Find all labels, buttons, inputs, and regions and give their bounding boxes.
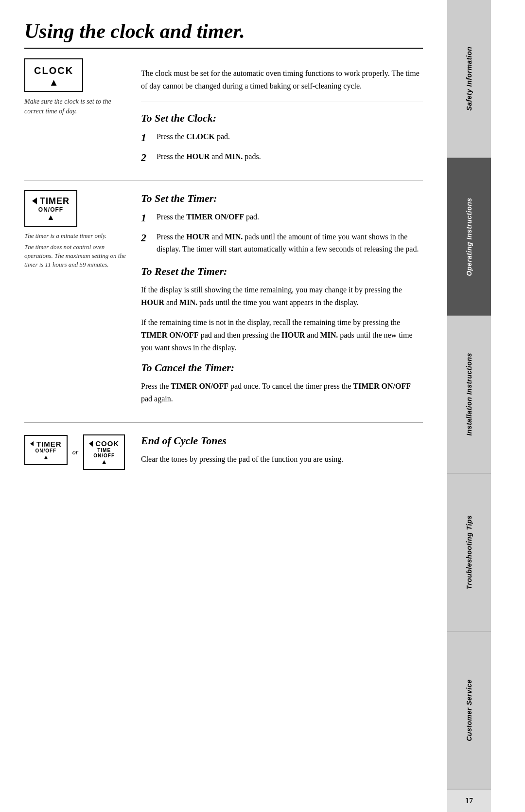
cook-time-sub2: ON/OFF — [89, 453, 119, 458]
timer-caption2: The timer does not control oven operatio… — [24, 243, 131, 270]
sidebar-tab-operating: Operating Instructions — [447, 158, 491, 316]
divider-1 — [141, 102, 423, 102]
step-num-2: 2 — [141, 150, 153, 165]
end-timer-sublabel: ON/OFF — [30, 448, 62, 453]
timer-step-2: 2 Press the HOUR and MIN. pads until the… — [141, 231, 423, 255]
or-text: or — [72, 449, 78, 456]
cancel-bold2: TIMER ON/OFF — [353, 382, 411, 390]
clock-step2-text: Press the HOUR and MIN. pads. — [157, 150, 261, 163]
timer-step-1: 1 Press the TIMER ON/OFF pad. — [141, 211, 423, 226]
clock-arrow-icon: ▲ — [34, 78, 73, 86]
end-timer-arrow-icon: ▲ — [30, 453, 62, 461]
timer-right-col: To Set the Timer: 1 Press the TIMER ON/O… — [141, 190, 423, 413]
cook-time-sub1: TIME — [89, 448, 119, 453]
clock-intro: The clock must be set for the automatic … — [141, 67, 423, 92]
timer-left-col: TIMER ON/OFF ▲ The timer is a minute tim… — [24, 190, 141, 413]
sidebar-tab-troubleshooting: Troubleshooting Tips — [447, 474, 491, 632]
reset-timer-heading: To Reset the Timer: — [141, 265, 423, 278]
timer-step2-bold1: HOUR — [186, 233, 210, 241]
clock-caption: Make sure the clock is set to the correc… — [24, 97, 131, 116]
cook-time-main-label: COOK — [95, 439, 119, 448]
end-timer-label: TIMER — [36, 440, 62, 448]
cancel-para: Press the TIMER ON/OFF pad once. To canc… — [141, 380, 423, 406]
timer-step1-bold: TIMER ON/OFF — [186, 213, 244, 221]
step-num-1: 1 — [141, 130, 153, 145]
clock-left-col: CLOCK ▲ Make sure the clock is set to th… — [24, 58, 141, 170]
sidebar-tab-installation-label: Installation Instructions — [465, 353, 473, 436]
clock-box: CLOCK ▲ — [24, 58, 83, 92]
main-content: Using the clock and timer. CLOCK ▲ Make … — [0, 0, 447, 812]
cook-time-label-row: COOK — [89, 439, 119, 448]
timer-step-num-1: 1 — [141, 211, 153, 226]
reset-bold2: MIN. — [179, 298, 197, 307]
reset2-bold3: MIN. — [320, 331, 338, 339]
cancel-bold1: TIMER ON/OFF — [171, 382, 228, 390]
timer-arrow-icon: ▲ — [32, 213, 70, 222]
cook-time-arrow-icon: ▲ — [89, 458, 119, 466]
clock-step2-bold2: MIN. — [225, 152, 243, 161]
clock-step-1: 1 Press the CLOCK pad. — [141, 130, 423, 145]
clock-right-col: The clock must be set for the automatic … — [141, 58, 423, 170]
cancel-timer-heading: To Cancel the Timer: — [141, 361, 423, 374]
timer-step2-text: Press the HOUR and MIN. pads until the a… — [157, 231, 423, 255]
end-cycle-heading: End of Cycle Tones — [141, 434, 423, 447]
end-timer-box: TIMER ON/OFF ▲ — [24, 435, 68, 465]
end-timer-triangle-icon — [30, 441, 34, 446]
end-icons-col: TIMER ON/OFF ▲ or COOK TIME ON/OFF ▲ — [24, 433, 141, 472]
sidebar-tab-operating-label: Operating Instructions — [465, 198, 473, 276]
sidebar-tab-customer: Customer Service — [447, 632, 491, 790]
end-cycle-para: Clear the tones by pressing the pad of t… — [141, 453, 423, 466]
timer-step-num-2: 2 — [141, 231, 153, 246]
clock-step1-bold: CLOCK — [186, 132, 215, 141]
divider-3 — [24, 422, 423, 423]
timer-sublabel: ON/OFF — [32, 206, 70, 213]
timer-label-row: TIMER — [32, 196, 70, 206]
sidebar-tab-installation: Installation Instructions — [447, 316, 491, 474]
timer-step1-text: Press the TIMER ON/OFF pad. — [157, 211, 259, 223]
clock-step2-bold1: HOUR — [186, 152, 210, 161]
timer-box: TIMER ON/OFF ▲ — [24, 190, 77, 227]
reset2-bold2: HOUR — [281, 331, 305, 339]
clock-step-2: 2 Press the HOUR and MIN. pads. — [141, 150, 423, 165]
divider-2 — [24, 180, 423, 180]
end-cycle-right-col: End of Cycle Tones Clear the tones by pr… — [141, 433, 423, 472]
page-number: 17 — [447, 790, 491, 812]
reset2-bold1: TIMER ON/OFF — [141, 331, 199, 339]
set-timer-heading: To Set the Timer: — [141, 192, 423, 205]
clock-section: CLOCK ▲ Make sure the clock is set to th… — [24, 58, 423, 170]
cook-time-box: COOK TIME ON/OFF ▲ — [83, 434, 125, 470]
cook-time-triangle-icon — [89, 441, 93, 447]
sidebar-tab-safety-label: Safety Information — [465, 47, 473, 111]
timer-label: TIMER — [40, 196, 70, 206]
reset-para1: If the display is still showing the time… — [141, 284, 423, 309]
page-title: Using the clock and timer. — [24, 19, 423, 49]
timer-step2-bold2: MIN. — [225, 233, 243, 241]
set-clock-heading: To Set the Clock: — [141, 112, 423, 125]
sidebar: Safety Information Operating Instruction… — [447, 0, 491, 812]
sidebar-tab-safety: Safety Information — [447, 0, 491, 158]
sidebar-tab-troubleshooting-label: Troubleshooting Tips — [465, 515, 473, 590]
timer-caption1: The timer is a minute timer only. — [24, 232, 131, 240]
reset-bold1: HOUR — [141, 298, 164, 307]
sidebar-tab-customer-label: Customer Service — [465, 680, 473, 741]
clock-label: CLOCK — [34, 65, 73, 76]
end-timer-label-row: TIMER — [30, 440, 62, 448]
timer-section: TIMER ON/OFF ▲ The timer is a minute tim… — [24, 190, 423, 413]
end-cycle-section: TIMER ON/OFF ▲ or COOK TIME ON/OFF ▲ End… — [24, 433, 423, 472]
reset-para2: If the remaining time is not in the disp… — [141, 316, 423, 355]
clock-step1-text: Press the CLOCK pad. — [157, 130, 230, 143]
timer-triangle-icon — [32, 198, 37, 204]
